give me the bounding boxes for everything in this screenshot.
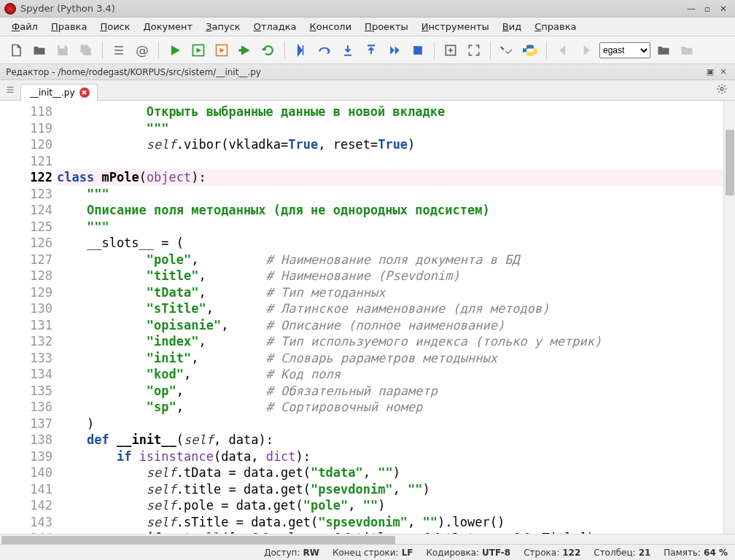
run-cell-advance-button[interactable]	[211, 40, 232, 61]
code-area[interactable]: Открыть выбранные данные в новой вкладке…	[57, 101, 735, 545]
open-file-button[interactable]	[29, 40, 50, 61]
editor-path: Редактор - /home/rodegast/KORPUS/src/sis…	[6, 67, 261, 77]
close-button[interactable]: ✕	[716, 3, 731, 15]
stop-debug-button[interactable]	[408, 40, 428, 61]
svg-point-5	[720, 88, 723, 90]
toolbar: @ egast	[0, 36, 735, 64]
menu-Инструменты[interactable]: Инструменты	[416, 19, 495, 34]
menu-Поиск[interactable]: Поиск	[94, 19, 136, 34]
zoom-in-button[interactable]	[440, 40, 461, 61]
status-mem-value: 64 %	[704, 548, 728, 558]
editor-pane-header: Редактор - /home/rodegast/KORPUS/src/sis…	[0, 64, 735, 80]
menu-Правка[interactable]: Правка	[45, 19, 93, 34]
menu-Вид[interactable]: Вид	[497, 19, 527, 34]
python-path-button[interactable]	[520, 40, 540, 61]
save-button[interactable]	[52, 40, 73, 61]
preferences-button[interactable]	[497, 40, 517, 61]
run-button[interactable]	[165, 40, 185, 61]
new-file-button[interactable]	[6, 40, 26, 61]
window-title: Spyder (Python 3.4)	[20, 3, 684, 14]
status-col-value: 21	[639, 548, 651, 558]
menu-Запуск[interactable]: Запуск	[200, 19, 246, 34]
run-selection-button[interactable]	[235, 40, 255, 61]
status-access-label: Доступ:	[264, 548, 300, 558]
menu-Консоли[interactable]: Консоли	[304, 19, 358, 34]
forward-button[interactable]	[576, 40, 596, 61]
status-access-value: RW	[303, 548, 319, 558]
pane-undock-button[interactable]: ▣	[704, 66, 716, 78]
menu-Отладка[interactable]: Отладка	[248, 19, 303, 34]
status-line-value: 122	[562, 548, 580, 558]
rerun-button[interactable]	[258, 40, 279, 61]
menubar: ФайлПравкаПоискДокументЗапускОтладкаКонс…	[0, 18, 735, 36]
step-into-button[interactable]	[338, 40, 358, 61]
tab-options-button[interactable]	[716, 83, 728, 97]
scrollbar-thumb[interactable]	[726, 130, 734, 195]
code-editor[interactable]: 1181191201211221231241251261271281291301…	[0, 101, 735, 545]
status-encoding-value: UTF-8	[482, 548, 510, 558]
parent-dir-button[interactable]	[677, 40, 697, 61]
step-out-button[interactable]	[361, 40, 381, 61]
status-eol-value: LF	[402, 548, 413, 558]
browse-dir-button[interactable]	[653, 40, 674, 61]
maximize-button[interactable]: ▫	[700, 3, 715, 15]
menu-Проекты[interactable]: Проекты	[359, 19, 414, 34]
status-bar: Доступ: RW Конец строки: LF Кодировка: U…	[0, 544, 735, 560]
svg-rect-3	[413, 46, 422, 55]
list-button[interactable]	[109, 40, 129, 61]
tab-close-icon[interactable]: ✖	[79, 88, 90, 98]
fullscreen-button[interactable]	[464, 40, 484, 61]
line-number-gutter: 1181191201211221231241251261271281291301…	[0, 101, 57, 545]
menu-Файл[interactable]: Файл	[6, 19, 44, 34]
tab-init-py[interactable]: __init__.py ✖	[20, 84, 98, 101]
menu-Справка[interactable]: Справка	[529, 19, 582, 34]
vertical-scrollbar[interactable]	[723, 101, 735, 545]
status-mem-label: Память:	[664, 548, 701, 558]
at-button[interactable]: @	[132, 40, 152, 61]
menu-Документ[interactable]: Документ	[138, 19, 199, 34]
minimize-button[interactable]: —	[684, 3, 699, 15]
svg-rect-2	[239, 49, 241, 51]
status-eol-label: Конец строки:	[332, 548, 399, 558]
save-all-button[interactable]	[76, 40, 96, 61]
continue-button[interactable]	[384, 40, 405, 61]
editor-tabs: __init__.py ✖	[0, 80, 735, 101]
tab-list-button[interactable]	[3, 82, 18, 97]
working-dir-select[interactable]: egast	[599, 42, 650, 58]
tab-label: __init__.py	[30, 88, 75, 98]
back-button[interactable]	[553, 40, 573, 61]
status-col-label: Столбец:	[594, 548, 635, 558]
debug-button[interactable]	[291, 40, 311, 61]
step-over-button[interactable]	[314, 40, 335, 61]
status-encoding-label: Кодировка:	[426, 548, 479, 558]
status-line-label: Строка:	[524, 548, 559, 558]
window-titlebar: Spyder (Python 3.4) — ▫ ✕	[0, 0, 735, 18]
run-cell-button[interactable]	[188, 40, 209, 61]
app-icon	[4, 3, 16, 15]
pane-close-button[interactable]: ✕	[718, 66, 729, 78]
